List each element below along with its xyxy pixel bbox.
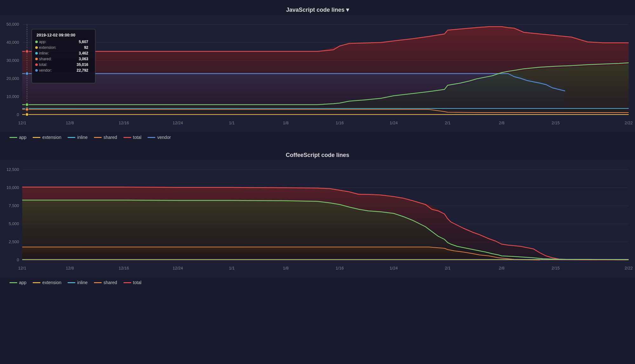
svg-text:0: 0 [17, 112, 19, 117]
legend2-item-app: app [10, 280, 26, 285]
svg-text:12/16: 12/16 [119, 120, 129, 125]
legend-item-shared: shared [94, 135, 117, 140]
chart1-section: JavaScript code lines ▾ 50,000 40,000 30… [0, 3, 635, 142]
svg-text:50,000: 50,000 [6, 22, 19, 27]
svg-text:inline:: inline: [39, 51, 49, 55]
legend-app-line [10, 137, 17, 138]
legend2-extension-line [33, 282, 40, 283]
legend2-inline-line [68, 282, 75, 283]
svg-text:1/1: 1/1 [229, 266, 235, 270]
svg-text:3,063: 3,063 [79, 57, 88, 61]
svg-text:shared:: shared: [39, 57, 52, 61]
svg-text:2/22: 2/22 [625, 120, 632, 125]
svg-text:7,500: 7,500 [9, 203, 19, 208]
svg-text:1/8: 1/8 [283, 120, 289, 125]
svg-text:12/24: 12/24 [173, 120, 183, 125]
legend-inline-line [68, 137, 75, 138]
legend2-item-shared: shared [94, 280, 117, 285]
svg-point-47 [35, 58, 38, 60]
legend-item-extension: extension [33, 135, 61, 140]
svg-text:10,000: 10,000 [6, 185, 19, 190]
svg-text:12/1: 12/1 [18, 266, 26, 270]
chart1-legend: app extension inline shared total vendor [0, 132, 635, 142]
svg-text:92: 92 [84, 45, 89, 50]
svg-text:1/8: 1/8 [283, 266, 289, 270]
svg-text:2/15: 2/15 [551, 120, 559, 125]
svg-point-35 [25, 72, 29, 75]
legend-inline-label: inline [77, 135, 88, 140]
svg-text:2/22: 2/22 [625, 266, 632, 270]
svg-point-38 [35, 41, 38, 43]
svg-point-34 [25, 50, 29, 53]
svg-text:40,000: 40,000 [6, 40, 19, 45]
svg-text:2/1: 2/1 [445, 266, 451, 270]
legend-extension-label: extension [42, 135, 61, 140]
svg-text:total:: total: [39, 62, 47, 67]
svg-text:12/8: 12/8 [66, 120, 74, 125]
legend2-shared-line [94, 282, 102, 283]
legend2-shared-label: shared [104, 280, 117, 285]
svg-text:2019-12-02 09:00:00: 2019-12-02 09:00:00 [37, 33, 75, 37]
svg-text:1/24: 1/24 [390, 266, 398, 270]
legend2-app-label: app [19, 280, 26, 285]
svg-text:app:: app: [39, 40, 46, 44]
svg-text:2/15: 2/15 [551, 266, 559, 270]
svg-text:1/24: 1/24 [390, 120, 398, 125]
svg-text:2/1: 2/1 [445, 120, 451, 125]
svg-point-41 [35, 46, 38, 49]
svg-text:1/16: 1/16 [336, 266, 344, 270]
legend2-total-line [124, 282, 131, 283]
legend2-total-label: total [133, 280, 141, 285]
svg-text:35,016: 35,016 [77, 62, 88, 67]
svg-text:12/1: 12/1 [18, 120, 26, 125]
legend-total-label: total [133, 135, 141, 140]
svg-text:2,500: 2,500 [9, 239, 19, 244]
svg-text:30,000: 30,000 [6, 58, 19, 63]
charts-container: JavaScript code lines ▾ 50,000 40,000 30… [0, 0, 635, 291]
legend-vendor-line [148, 137, 155, 138]
chart2-title: CoffeeScript code lines [0, 149, 635, 160]
svg-text:5,000: 5,000 [9, 221, 19, 226]
legend-app-label: app [19, 135, 26, 140]
svg-point-44 [35, 52, 38, 55]
svg-text:0: 0 [17, 257, 19, 262]
svg-text:10,000: 10,000 [6, 94, 19, 99]
svg-text:12/24: 12/24 [173, 266, 183, 270]
chart1-title[interactable]: JavaScript code lines ▾ [0, 3, 635, 15]
svg-point-53 [35, 69, 38, 72]
svg-text:2/8: 2/8 [499, 120, 505, 125]
svg-point-33 [25, 108, 29, 111]
svg-text:3,462: 3,462 [79, 51, 88, 55]
svg-text:extension:: extension: [39, 45, 57, 50]
legend-total-line [124, 137, 131, 138]
legend-shared-label: shared [104, 135, 117, 140]
svg-text:1/16: 1/16 [336, 120, 344, 125]
chart1-svg: 50,000 40,000 30,000 20,000 10,000 0 12/… [0, 15, 635, 132]
svg-text:2/8: 2/8 [499, 266, 505, 270]
svg-text:12/16: 12/16 [119, 266, 129, 270]
chart2-legend: app extension inline shared total [0, 277, 635, 288]
legend-item-vendor: vendor [148, 135, 171, 140]
legend2-extension-label: extension [42, 280, 61, 285]
legend2-app-line [10, 282, 17, 283]
svg-text:22,792: 22,792 [77, 68, 88, 73]
legend-extension-line [33, 137, 40, 138]
legend-vendor-label: vendor [157, 135, 171, 140]
legend-shared-line [94, 137, 102, 138]
svg-point-50 [35, 63, 38, 66]
svg-text:5,607: 5,607 [79, 40, 88, 44]
legend-item-total: total [124, 135, 141, 140]
legend-item-inline: inline [68, 135, 88, 140]
legend-item-app: app [10, 135, 26, 140]
legend2-item-total: total [124, 280, 141, 285]
chart2-wrapper: 12,500 10,000 7,500 5,000 2,500 0 12/1 1… [0, 160, 635, 277]
svg-point-30 [25, 103, 29, 106]
chart2-section: CoffeeScript code lines 12,500 10,000 7,… [0, 149, 635, 288]
svg-text:12/8: 12/8 [66, 266, 74, 270]
svg-text:1/1: 1/1 [229, 120, 235, 125]
chart2-svg: 12,500 10,000 7,500 5,000 2,500 0 12/1 1… [0, 160, 635, 277]
svg-text:vendor:: vendor: [39, 68, 52, 73]
legend2-item-extension: extension [33, 280, 61, 285]
chart1-wrapper: 50,000 40,000 30,000 20,000 10,000 0 12/… [0, 15, 635, 132]
svg-text:20,000: 20,000 [6, 76, 19, 81]
